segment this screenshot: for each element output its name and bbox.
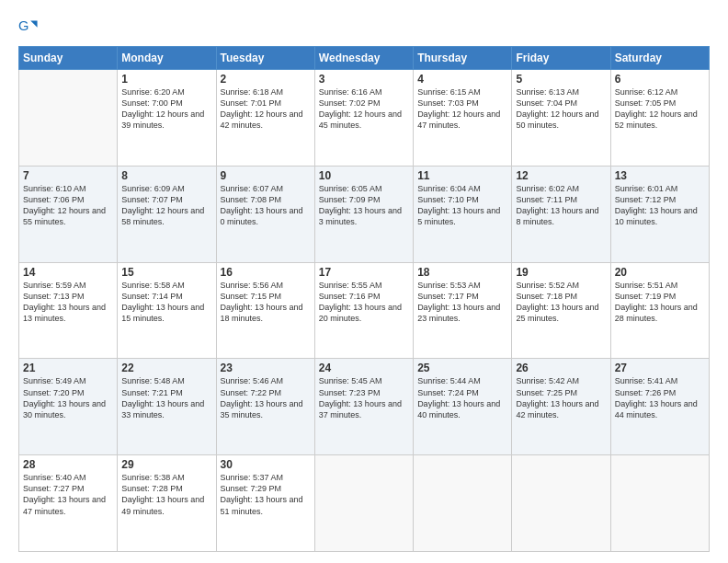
day-info: Sunrise: 5:52 AMSunset: 7:18 PMDaylight:… bbox=[516, 280, 606, 325]
day-info: Sunrise: 5:45 AMSunset: 7:23 PMDaylight:… bbox=[319, 375, 409, 420]
day-number: 3 bbox=[319, 73, 409, 86]
day-number: 14 bbox=[23, 266, 113, 279]
day-number: 23 bbox=[221, 362, 311, 374]
day-number: 29 bbox=[121, 458, 211, 471]
day-info: Sunrise: 5:40 AMSunset: 7:27 PMDaylight:… bbox=[23, 472, 113, 517]
day-number: 17 bbox=[319, 266, 409, 279]
svg-text:G: G bbox=[18, 18, 28, 33]
calendar-cell: 11Sunrise: 6:04 AMSunset: 7:10 PMDayligh… bbox=[414, 166, 512, 262]
calendar-cell: 2Sunrise: 6:18 AMSunset: 7:01 PMDaylight… bbox=[216, 70, 314, 167]
day-number: 18 bbox=[417, 266, 507, 279]
weekday-header-friday: Friday bbox=[512, 47, 610, 70]
day-info: Sunrise: 6:05 AMSunset: 7:09 PMDaylight:… bbox=[319, 183, 409, 228]
svg-marker-1 bbox=[30, 20, 37, 27]
day-number: 2 bbox=[221, 73, 311, 86]
calendar-cell: 9Sunrise: 6:07 AMSunset: 7:08 PMDaylight… bbox=[216, 166, 314, 262]
calendar-body: 1Sunrise: 6:20 AMSunset: 7:00 PMDaylight… bbox=[19, 70, 710, 552]
day-info: Sunrise: 6:15 AMSunset: 7:03 PMDaylight:… bbox=[417, 86, 507, 132]
calendar-cell: 17Sunrise: 5:55 AMSunset: 7:16 PMDayligh… bbox=[314, 262, 413, 359]
calendar-cell: 20Sunrise: 5:51 AMSunset: 7:19 PMDayligh… bbox=[610, 262, 709, 359]
day-number: 10 bbox=[319, 169, 409, 182]
day-info: Sunrise: 6:12 AMSunset: 7:05 PMDaylight:… bbox=[615, 86, 705, 132]
day-info: Sunrise: 5:56 AMSunset: 7:15 PMDaylight:… bbox=[221, 280, 311, 325]
calendar-cell bbox=[314, 455, 413, 552]
calendar-cell: 21Sunrise: 5:49 AMSunset: 7:20 PMDayligh… bbox=[19, 359, 118, 455]
day-number: 30 bbox=[221, 458, 311, 471]
calendar-cell: 14Sunrise: 5:59 AMSunset: 7:13 PMDayligh… bbox=[19, 262, 118, 359]
calendar-cell: 10Sunrise: 6:05 AMSunset: 7:09 PMDayligh… bbox=[314, 166, 413, 262]
day-number: 26 bbox=[516, 362, 606, 374]
calendar-week-5: 28Sunrise: 5:40 AMSunset: 7:27 PMDayligh… bbox=[19, 455, 710, 552]
day-number: 19 bbox=[516, 266, 606, 279]
day-info: Sunrise: 6:13 AMSunset: 7:04 PMDaylight:… bbox=[516, 86, 606, 132]
calendar-cell: 18Sunrise: 5:53 AMSunset: 7:17 PMDayligh… bbox=[414, 262, 512, 359]
weekday-header-wednesday: Wednesday bbox=[314, 47, 413, 70]
calendar-cell: 13Sunrise: 6:01 AMSunset: 7:12 PMDayligh… bbox=[610, 166, 709, 262]
calendar-week-3: 14Sunrise: 5:59 AMSunset: 7:13 PMDayligh… bbox=[19, 262, 710, 359]
calendar-cell: 25Sunrise: 5:44 AMSunset: 7:24 PMDayligh… bbox=[414, 359, 512, 455]
calendar-cell: 23Sunrise: 5:46 AMSunset: 7:22 PMDayligh… bbox=[216, 359, 314, 455]
day-info: Sunrise: 5:38 AMSunset: 7:28 PMDaylight:… bbox=[121, 472, 211, 517]
day-info: Sunrise: 6:10 AMSunset: 7:06 PMDaylight:… bbox=[23, 183, 113, 228]
calendar-cell: 26Sunrise: 5:42 AMSunset: 7:25 PMDayligh… bbox=[512, 359, 610, 455]
day-number: 13 bbox=[615, 169, 705, 182]
calendar-cell: 19Sunrise: 5:52 AMSunset: 7:18 PMDayligh… bbox=[512, 262, 610, 359]
weekday-header-monday: Monday bbox=[118, 47, 216, 70]
weekday-header-thursday: Thursday bbox=[414, 47, 512, 70]
calendar-cell: 1Sunrise: 6:20 AMSunset: 7:00 PMDaylight… bbox=[118, 70, 216, 167]
day-number: 24 bbox=[319, 362, 409, 374]
calendar-table: SundayMondayTuesdayWednesdayThursdayFrid… bbox=[18, 46, 710, 552]
day-number: 7 bbox=[23, 169, 113, 182]
day-info: Sunrise: 6:16 AMSunset: 7:02 PMDaylight:… bbox=[319, 86, 409, 132]
weekday-header-tuesday: Tuesday bbox=[216, 47, 314, 70]
calendar-cell: 29Sunrise: 5:38 AMSunset: 7:28 PMDayligh… bbox=[118, 455, 216, 552]
day-info: Sunrise: 6:20 AMSunset: 7:00 PMDaylight:… bbox=[121, 86, 211, 132]
day-number: 5 bbox=[516, 73, 606, 86]
calendar-cell bbox=[19, 70, 118, 167]
page: G SundayMondayTuesdayWednesdayThursdayFr… bbox=[0, 0, 728, 563]
day-info: Sunrise: 5:46 AMSunset: 7:22 PMDaylight:… bbox=[221, 375, 311, 420]
day-info: Sunrise: 5:48 AMSunset: 7:21 PMDaylight:… bbox=[121, 375, 211, 420]
day-number: 9 bbox=[221, 169, 311, 182]
day-info: Sunrise: 5:44 AMSunset: 7:24 PMDaylight:… bbox=[417, 375, 507, 420]
logo: G bbox=[18, 17, 42, 37]
calendar-cell: 22Sunrise: 5:48 AMSunset: 7:21 PMDayligh… bbox=[118, 359, 216, 455]
day-info: Sunrise: 5:41 AMSunset: 7:26 PMDaylight:… bbox=[615, 375, 705, 420]
day-info: Sunrise: 5:51 AMSunset: 7:19 PMDaylight:… bbox=[615, 280, 705, 325]
weekday-header-saturday: Saturday bbox=[610, 47, 709, 70]
calendar-cell: 7Sunrise: 6:10 AMSunset: 7:06 PMDaylight… bbox=[19, 166, 118, 262]
calendar-cell bbox=[414, 455, 512, 552]
calendar-week-1: 1Sunrise: 6:20 AMSunset: 7:00 PMDaylight… bbox=[19, 70, 710, 167]
day-number: 6 bbox=[615, 73, 705, 86]
calendar-cell bbox=[512, 455, 610, 552]
day-number: 16 bbox=[221, 266, 311, 279]
day-number: 27 bbox=[615, 362, 705, 374]
calendar-cell: 30Sunrise: 5:37 AMSunset: 7:29 PMDayligh… bbox=[216, 455, 314, 552]
day-info: Sunrise: 5:42 AMSunset: 7:25 PMDaylight:… bbox=[516, 375, 606, 420]
calendar-cell: 24Sunrise: 5:45 AMSunset: 7:23 PMDayligh… bbox=[314, 359, 413, 455]
header: G bbox=[18, 17, 710, 37]
calendar-cell: 27Sunrise: 5:41 AMSunset: 7:26 PMDayligh… bbox=[610, 359, 709, 455]
day-number: 28 bbox=[23, 458, 113, 471]
day-number: 15 bbox=[121, 266, 211, 279]
calendar-week-4: 21Sunrise: 5:49 AMSunset: 7:20 PMDayligh… bbox=[19, 359, 710, 455]
day-info: Sunrise: 5:58 AMSunset: 7:14 PMDaylight:… bbox=[121, 280, 211, 325]
day-info: Sunrise: 5:37 AMSunset: 7:29 PMDaylight:… bbox=[221, 472, 311, 517]
day-info: Sunrise: 5:55 AMSunset: 7:16 PMDaylight:… bbox=[319, 280, 409, 325]
day-number: 25 bbox=[417, 362, 507, 374]
calendar-cell: 8Sunrise: 6:09 AMSunset: 7:07 PMDaylight… bbox=[118, 166, 216, 262]
day-number: 12 bbox=[516, 169, 606, 182]
calendar-cell: 5Sunrise: 6:13 AMSunset: 7:04 PMDaylight… bbox=[512, 70, 610, 167]
calendar-cell bbox=[610, 455, 709, 552]
calendar-cell: 12Sunrise: 6:02 AMSunset: 7:11 PMDayligh… bbox=[512, 166, 610, 262]
day-info: Sunrise: 6:09 AMSunset: 7:07 PMDaylight:… bbox=[121, 183, 211, 228]
weekday-header-sunday: Sunday bbox=[19, 47, 118, 70]
day-info: Sunrise: 6:04 AMSunset: 7:10 PMDaylight:… bbox=[417, 183, 507, 228]
day-number: 21 bbox=[23, 362, 113, 374]
day-number: 20 bbox=[615, 266, 705, 279]
calendar-cell: 16Sunrise: 5:56 AMSunset: 7:15 PMDayligh… bbox=[216, 262, 314, 359]
day-info: Sunrise: 6:01 AMSunset: 7:12 PMDaylight:… bbox=[615, 183, 705, 228]
weekday-header-row: SundayMondayTuesdayWednesdayThursdayFrid… bbox=[19, 47, 710, 70]
day-info: Sunrise: 6:02 AMSunset: 7:11 PMDaylight:… bbox=[516, 183, 606, 228]
day-number: 8 bbox=[121, 169, 211, 182]
